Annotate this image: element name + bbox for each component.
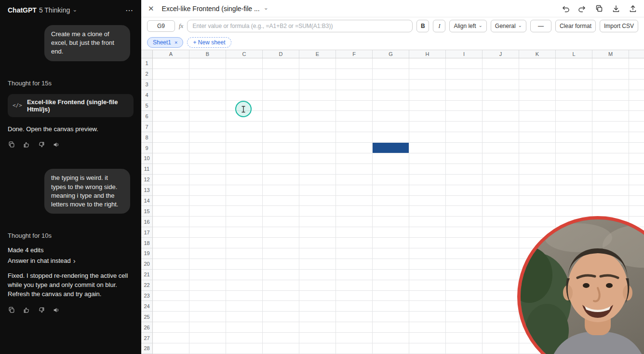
row-header-16[interactable]: 16 xyxy=(141,217,153,227)
cell-B4[interactable] xyxy=(189,90,226,101)
cell-E17[interactable] xyxy=(299,227,336,238)
column-header-L[interactable]: L xyxy=(556,50,592,58)
cell-B11[interactable] xyxy=(189,164,226,175)
thumbs-down-icon[interactable] xyxy=(38,306,45,314)
row-header-4[interactable]: 4 xyxy=(141,90,153,101)
cell-I24[interactable] xyxy=(446,301,483,312)
cell-D18[interactable] xyxy=(263,238,299,248)
cell-partial-3[interactable] xyxy=(629,80,644,90)
cell-B15[interactable] xyxy=(189,206,226,217)
cell-F14[interactable] xyxy=(336,196,373,206)
cell-G5[interactable] xyxy=(373,101,409,111)
cell-C19[interactable] xyxy=(226,248,263,259)
cell-I27[interactable] xyxy=(446,333,483,343)
cell-F20[interactable] xyxy=(336,259,373,270)
cell-E19[interactable] xyxy=(299,248,336,259)
cell-B19[interactable] xyxy=(189,248,226,259)
cell-J15[interactable] xyxy=(483,206,519,217)
row-header-18[interactable]: 18 xyxy=(141,238,153,248)
cell-K2[interactable] xyxy=(519,69,556,80)
number-format-select[interactable]: General ⌄ xyxy=(491,20,526,32)
cell-partial-9[interactable] xyxy=(629,143,644,153)
cell-F9[interactable] xyxy=(336,143,373,153)
copy-icon[interactable] xyxy=(8,141,15,149)
cell-H7[interactable] xyxy=(409,122,446,132)
cell-G1[interactable] xyxy=(373,58,409,69)
cell-D10[interactable] xyxy=(263,153,299,164)
select-all-corner[interactable] xyxy=(141,50,153,58)
cell-M3[interactable] xyxy=(592,80,629,90)
row-header-11[interactable]: 11 xyxy=(141,164,153,175)
cell-B22[interactable] xyxy=(189,280,226,291)
row-header-9[interactable]: 9 xyxy=(141,143,153,153)
cell-M10[interactable] xyxy=(592,153,629,164)
cell-C9[interactable] xyxy=(226,143,263,153)
cell-G14[interactable] xyxy=(373,196,409,206)
cell-A28[interactable] xyxy=(153,343,189,354)
cell-E14[interactable] xyxy=(299,196,336,206)
new-sheet-button[interactable]: + New sheet xyxy=(187,37,231,48)
cell-H20[interactable] xyxy=(409,259,446,270)
cell-C16[interactable] xyxy=(226,217,263,227)
cell-G26[interactable] xyxy=(373,322,409,333)
cell-J19[interactable] xyxy=(483,248,519,259)
cell-C3[interactable] xyxy=(226,80,263,90)
cell-J14[interactable] xyxy=(483,196,519,206)
cell-B25[interactable] xyxy=(189,312,226,322)
cell-partial-15[interactable] xyxy=(629,206,644,217)
cell-D8[interactable] xyxy=(263,132,299,143)
cell-D13[interactable] xyxy=(263,185,299,196)
cell-D2[interactable] xyxy=(263,69,299,80)
cell-C23[interactable] xyxy=(226,291,263,301)
cell-G6[interactable] xyxy=(373,111,409,122)
cell-C14[interactable] xyxy=(226,196,263,206)
row-header-8[interactable]: 8 xyxy=(141,132,153,143)
clear-format-button[interactable]: Clear format xyxy=(555,20,596,32)
cell-K10[interactable] xyxy=(519,153,556,164)
formula-input[interactable] xyxy=(187,20,413,32)
cell-F13[interactable] xyxy=(336,185,373,196)
cell-E8[interactable] xyxy=(299,132,336,143)
cell-J11[interactable] xyxy=(483,164,519,175)
row-header-23[interactable]: 23 xyxy=(141,291,153,301)
cell-F6[interactable] xyxy=(336,111,373,122)
cell-K9[interactable] xyxy=(519,143,556,153)
cell-I20[interactable] xyxy=(446,259,483,270)
cell-F26[interactable] xyxy=(336,322,373,333)
cell-partial-10[interactable] xyxy=(629,153,644,164)
cell-E23[interactable] xyxy=(299,291,336,301)
cell-E9[interactable] xyxy=(299,143,336,153)
cell-F23[interactable] xyxy=(336,291,373,301)
cell-I12[interactable] xyxy=(446,175,483,185)
cell-I16[interactable] xyxy=(446,217,483,227)
cell-B28[interactable] xyxy=(189,343,226,354)
cell-J1[interactable] xyxy=(483,58,519,69)
cell-partial-14[interactable] xyxy=(629,196,644,206)
cell-I15[interactable] xyxy=(446,206,483,217)
cell-D5[interactable] xyxy=(263,101,299,111)
cell-J13[interactable] xyxy=(483,185,519,196)
cell-I2[interactable] xyxy=(446,69,483,80)
cell-E7[interactable] xyxy=(299,122,336,132)
cell-B16[interactable] xyxy=(189,217,226,227)
cell-K13[interactable] xyxy=(519,185,556,196)
cell-K1[interactable] xyxy=(519,58,556,69)
cell-K8[interactable] xyxy=(519,132,556,143)
canvas-title-dropdown[interactable]: Excel-like Frontend (single-file ... ⌄ xyxy=(162,5,268,13)
cell-G25[interactable] xyxy=(373,312,409,322)
cell-H15[interactable] xyxy=(409,206,446,217)
cell-B13[interactable] xyxy=(189,185,226,196)
cell-F10[interactable] xyxy=(336,153,373,164)
cell-D16[interactable] xyxy=(263,217,299,227)
cell-I3[interactable] xyxy=(446,80,483,90)
cell-B20[interactable] xyxy=(189,259,226,270)
cell-L5[interactable] xyxy=(556,101,592,111)
cell-A6[interactable] xyxy=(153,111,189,122)
cell-H28[interactable] xyxy=(409,343,446,354)
cell-E26[interactable] xyxy=(299,322,336,333)
column-header-C[interactable]: C xyxy=(226,50,263,58)
cell-A18[interactable] xyxy=(153,238,189,248)
cell-D28[interactable] xyxy=(263,343,299,354)
cell-L14[interactable] xyxy=(556,196,592,206)
cell-F27[interactable] xyxy=(336,333,373,343)
